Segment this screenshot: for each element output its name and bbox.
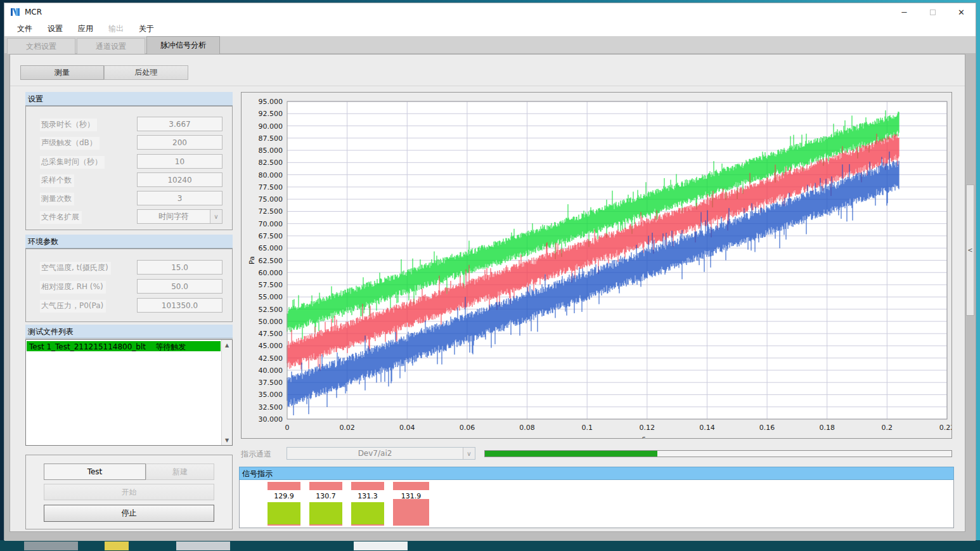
setting-input-prerecord-duration[interactable]: 3.667 [137, 117, 222, 131]
setting-input-measure-count[interactable]: 3 [137, 191, 222, 205]
svg-text:70.000: 70.000 [259, 220, 283, 228]
start-button[interactable]: 开始 [44, 484, 214, 500]
app-window: MCR ─ ✕ 文件 设置 应用 输出 关于 文档设置 通道设置 脉冲信号分析 … [4, 3, 976, 540]
list-scrollbar[interactable]: ▲ ▼ [221, 340, 232, 445]
svg-text:57.500: 57.500 [259, 281, 283, 289]
svg-text:45.000: 45.000 [259, 342, 283, 350]
svg-text:72.500: 72.500 [259, 207, 283, 216]
chevron-down-icon[interactable]: ∨ [463, 448, 475, 459]
tab-pulse-signal-analysis[interactable]: 脉冲信号分析 [146, 36, 220, 54]
test-file-list[interactable]: Test 1_Test_211215114800_blt 等待触发 ▲ ▼ [25, 339, 233, 446]
svg-text:82.500: 82.500 [259, 159, 283, 167]
menu-item-settings[interactable]: 设置 [40, 22, 70, 36]
settings-group: 预录时长（秒） 3.667 声级触发（dB） 200 总采集时间（秒） 10 采… [25, 106, 233, 230]
setting-input-sample-count[interactable]: 10240 [137, 172, 222, 187]
env-input-humidity[interactable]: 50.0 [137, 279, 222, 294]
progress-fill [485, 451, 657, 457]
new-button[interactable]: 新建 [146, 463, 214, 480]
test-name-button[interactable]: Test [44, 463, 146, 480]
env-input-pressure[interactable]: 101350.0 [137, 298, 222, 313]
tab-document-settings[interactable]: 文档设置 [7, 38, 75, 54]
svg-text:0: 0 [285, 424, 290, 432]
svg-text:0.22: 0.22 [939, 424, 951, 432]
env-label-temperature: 空气温度, t(摄氏度) [40, 262, 111, 275]
signal-value: 131.9 [393, 492, 429, 500]
signal-indication-panel: 129.9 130.7 131.3 131.9 [239, 480, 954, 528]
menu-item-file[interactable]: 文件 [10, 22, 40, 36]
chevron-down-icon[interactable]: ∨ [210, 210, 222, 223]
taskbar [0, 540, 980, 551]
svg-text:0.04: 0.04 [399, 424, 415, 432]
svg-text:92.500: 92.500 [259, 110, 283, 118]
svg-text:67.500: 67.500 [259, 232, 283, 240]
x-axis-ticks: 00.020.040.060.080.10.120.140.160.180.20… [285, 424, 952, 432]
svg-text:87.500: 87.500 [259, 134, 283, 143]
signal-value: 131.3 [351, 492, 384, 500]
svg-text:55.000: 55.000 [259, 293, 283, 301]
title-bar: MCR ─ ✕ [4, 3, 976, 21]
app-content: 测量 后处理 设置 预录时长（秒） 3.667 声级触发（dB） 200 总采集… [10, 54, 965, 532]
tab-channel-settings[interactable]: 通道设置 [77, 38, 145, 54]
env-label-humidity: 相对湿度, RH (%) [40, 281, 106, 294]
svg-text:0.02: 0.02 [339, 424, 355, 432]
setting-input-total-time[interactable]: 10 [137, 154, 222, 169]
setting-label-sample-count: 采样个数 [40, 174, 74, 187]
signal-led-icon [309, 482, 342, 490]
signal-block-0 [268, 502, 300, 526]
file-status: 等待触发 [155, 342, 186, 351]
maximize-button[interactable] [919, 3, 947, 21]
menu-item-output[interactable]: 输出 [101, 22, 131, 36]
signal-indicator: 129.9 [268, 480, 300, 528]
close-button[interactable]: ✕ [947, 3, 976, 21]
taskbar-item[interactable] [24, 541, 78, 550]
environment-header: 环境参数 [25, 235, 233, 249]
setting-label-filename-ext: 文件名扩展 [40, 211, 82, 224]
signal-led-icon [393, 482, 429, 490]
subtab-measure[interactable]: 测量 [20, 65, 104, 80]
setting-label-total-time: 总采集时间（秒） [40, 156, 105, 169]
subtab-postprocess[interactable]: 后处理 [104, 65, 188, 80]
setting-label-prerecord: 预录时长（秒） [40, 119, 97, 131]
env-label-pressure: 大气压力，P0(Pa) [40, 300, 106, 313]
signal-led-icon [268, 482, 300, 490]
indicator-channel-dropdown[interactable]: Dev7/ai2 ∨ [287, 447, 475, 460]
controls-group: Test 新建 开始 停止 [25, 455, 233, 529]
signal-indicator: 130.7 [309, 480, 342, 528]
svg-text:50.000: 50.000 [259, 318, 283, 326]
taskbar-item[interactable] [105, 541, 129, 550]
svg-text:35.000: 35.000 [259, 391, 283, 399]
minimize-button[interactable]: ─ [890, 3, 919, 21]
signal-value: 130.7 [309, 492, 342, 500]
signal-indicator: 131.9 [393, 480, 429, 528]
side-panel-collapse-handle[interactable]: < [966, 185, 974, 316]
svg-text:80.000: 80.000 [259, 171, 283, 179]
svg-text:0.18: 0.18 [819, 424, 835, 432]
menu-item-about[interactable]: 关于 [131, 22, 162, 36]
scroll-up-icon[interactable]: ▲ [222, 340, 232, 350]
app-logo-icon [10, 7, 20, 17]
svg-text:0.16: 0.16 [759, 424, 775, 432]
svg-text:0.08: 0.08 [519, 424, 535, 432]
svg-text:40.000: 40.000 [259, 366, 283, 375]
stop-button[interactable]: 停止 [44, 505, 214, 522]
filename-ext-dropdown[interactable]: 时间字符 ∨ [137, 209, 222, 224]
list-item[interactable]: Test 1_Test_211215114800_blt 等待触发 [27, 341, 221, 351]
svg-text:85.000: 85.000 [259, 146, 283, 155]
scroll-down-icon[interactable]: ▼ [222, 435, 232, 445]
taskbar-item[interactable] [354, 541, 408, 550]
setting-input-sound-trigger[interactable]: 200 [137, 135, 222, 150]
signal-led-icon [351, 482, 384, 490]
x-axis-label: s [642, 434, 646, 438]
env-input-temperature[interactable]: 15.0 [137, 260, 222, 275]
file-name: Test 1_Test_211215114800_blt [29, 342, 146, 351]
signal-block-1 [309, 502, 342, 526]
svg-text:0.06: 0.06 [460, 424, 475, 432]
svg-text:90.000: 90.000 [259, 122, 283, 131]
signal-indicator: 131.3 [351, 480, 384, 528]
y-axis-ticks: 30.00032.50035.00037.50040.00042.50045.0… [259, 98, 283, 424]
svg-text:0.12: 0.12 [640, 424, 655, 432]
svg-text:0.2: 0.2 [882, 424, 893, 432]
window-frame: 测量 后处理 设置 预录时长（秒） 3.667 声级触发（dB） 200 总采集… [4, 54, 976, 541]
menu-item-apply[interactable]: 应用 [70, 22, 101, 36]
taskbar-item[interactable] [176, 541, 230, 550]
